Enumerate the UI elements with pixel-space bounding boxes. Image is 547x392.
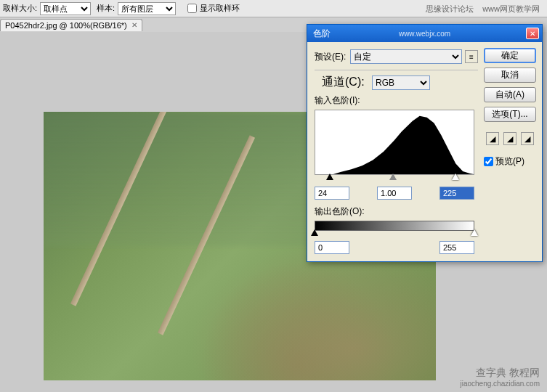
show-ring-checkbox[interactable] bbox=[187, 4, 197, 13]
watermark-site: www网页教学网 bbox=[482, 4, 540, 15]
bottom-watermark: 查字典 教程网 jiaocheng.chazidian.com bbox=[460, 367, 540, 388]
eyedropper-black-icon[interactable]: ◢ bbox=[486, 132, 499, 145]
preset-label: 预设(E): bbox=[315, 51, 346, 63]
dialog-body: 预设(E): 自定 ≡ 通道(C): RGB 输入色阶(I): bbox=[307, 42, 542, 261]
cancel-button[interactable]: 取消 bbox=[484, 68, 536, 83]
input-black-field[interactable] bbox=[315, 187, 349, 200]
document-tab[interactable]: P0452hdr2.jpg @ 100%(RGB/16*) ✕ bbox=[0, 19, 142, 31]
input-gamma-handle[interactable] bbox=[389, 173, 397, 180]
preset-select[interactable]: 自定 bbox=[350, 49, 462, 64]
channel-label: 通道(C): bbox=[322, 75, 365, 88]
input-slider-track[interactable] bbox=[315, 175, 474, 184]
input-levels-label: 输入色阶(I): bbox=[315, 94, 478, 107]
input-black-handle[interactable] bbox=[326, 173, 333, 180]
preset-menu-icon[interactable]: ≡ bbox=[465, 50, 478, 63]
dialog-buttons: 确定 取消 自动(A) 选项(T)... ◢ ◢ ◢ 预览(P) bbox=[484, 48, 536, 168]
output-slider-track[interactable] bbox=[315, 231, 474, 238]
options-button[interactable]: 选项(T)... bbox=[484, 107, 536, 122]
output-gradient bbox=[315, 221, 474, 231]
input-gamma-field[interactable] bbox=[377, 187, 412, 200]
top-watermarks: 思缘设计论坛 www网页教学网 bbox=[426, 0, 540, 17]
watermark-url: www.webjx.com bbox=[399, 30, 450, 38]
output-black-field[interactable] bbox=[315, 241, 349, 254]
auto-button[interactable]: 自动(A) bbox=[484, 87, 536, 102]
output-white-handle[interactable] bbox=[471, 229, 478, 236]
levels-dialog: 色阶 www.webjx.com ✕ 预设(E): 自定 ≡ 通道(C): RG… bbox=[307, 24, 543, 262]
channel-fieldset: 通道(C): RGB bbox=[315, 70, 478, 90]
output-black-handle[interactable] bbox=[311, 229, 318, 236]
watermark-forum: 思缘设计论坛 bbox=[426, 4, 474, 15]
sample-layers-label: 样本: bbox=[97, 3, 115, 14]
show-ring-label: 显示取样环 bbox=[200, 3, 240, 14]
sample-layers-select[interactable]: 所有图层 bbox=[118, 2, 176, 15]
eyedropper-white-icon[interactable]: ◢ bbox=[521, 132, 534, 145]
dialog-close-button[interactable]: ✕ bbox=[526, 28, 539, 39]
input-white-handle[interactable] bbox=[452, 173, 459, 180]
histogram bbox=[315, 110, 474, 175]
preview-label: 预览(P) bbox=[495, 155, 524, 168]
preview-checkbox[interactable] bbox=[484, 157, 493, 166]
image-content bbox=[70, 112, 168, 306]
dialog-title-bar[interactable]: 色阶 www.webjx.com ✕ bbox=[307, 25, 542, 42]
close-icon[interactable]: ✕ bbox=[131, 21, 137, 29]
ok-button[interactable]: 确定 bbox=[484, 48, 536, 63]
dialog-title: 色阶 bbox=[310, 28, 331, 40]
channel-select[interactable]: RGB bbox=[372, 75, 430, 90]
tab-filename: P0452hdr2.jpg @ 100%(RGB/16*) bbox=[5, 21, 127, 30]
output-levels-label: 输出色阶(O): bbox=[315, 205, 478, 218]
input-white-field[interactable] bbox=[439, 187, 474, 200]
preview-checkbox-row[interactable]: 预览(P) bbox=[484, 155, 536, 168]
sample-size-select[interactable]: 取样点 bbox=[40, 2, 91, 15]
output-white-field[interactable] bbox=[439, 241, 474, 254]
sample-size-label: 取样大小: bbox=[3, 3, 37, 14]
eyedropper-gray-icon[interactable]: ◢ bbox=[503, 132, 516, 145]
